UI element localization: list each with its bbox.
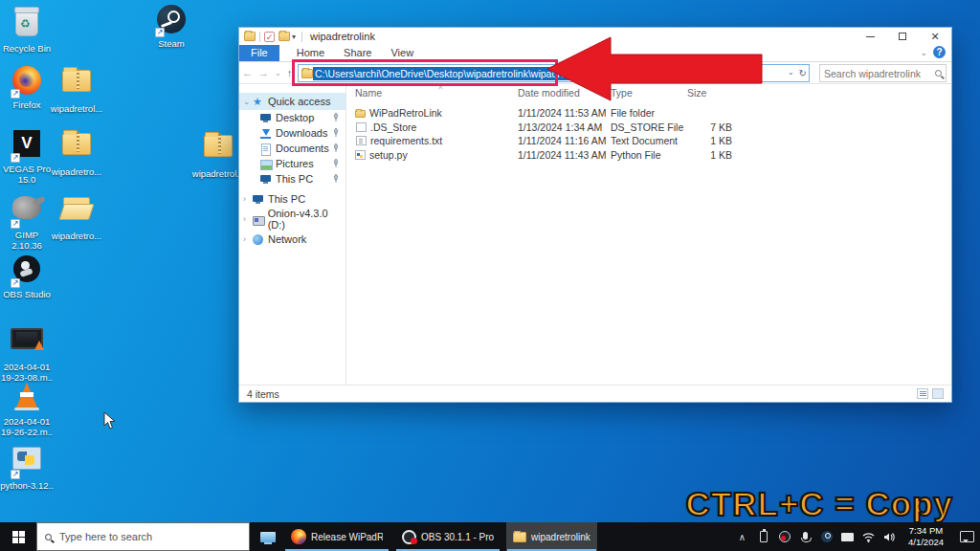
desktop-icon-open-folder[interactable]: wipadretro... [50, 192, 103, 242]
pin-icon [332, 174, 340, 183]
properties-qat-icon[interactable]: ✓ [264, 32, 275, 42]
desktop-icon-zip-1[interactable]: wipadretrol... [50, 65, 103, 115]
nav-item-thispc[interactable]: › This PC [239, 191, 345, 207]
desktop-icon-zip-2[interactable]: wipadretro... [50, 128, 103, 178]
taskbar-task-firefox[interactable]: Release WiPadRetr... [284, 522, 390, 551]
tab-share[interactable]: Share [334, 45, 381, 61]
status-bar: 4 items [239, 385, 951, 402]
desktop-icon [260, 113, 272, 123]
taskbar-task-obs[interactable]: OBS 30.1.1 - Profile:... [395, 522, 501, 551]
nav-item-network[interactable]: › Network [239, 231, 345, 247]
shortcut-arrow-icon: ↗ [11, 470, 20, 479]
steam-tray-icon[interactable] [820, 531, 833, 543]
icon-label: wipadretrol... [191, 169, 245, 180]
action-center-icon[interactable] [960, 531, 974, 542]
address-dropdown-icon[interactable]: ⌄ [788, 68, 794, 78]
red-arrow-annotation [544, 35, 766, 102]
vlc-cone-icon [11, 383, 43, 415]
taskbar: Type here to search Release WiPadRetr...… [0, 522, 980, 551]
obs-tray-icon[interactable] [778, 531, 791, 543]
shortcut-arrow-icon: ↗ [11, 89, 20, 99]
file-row-ds-store[interactable]: .DS_Store 1/13/2024 1:34 AM DS_STORE Fil… [346, 121, 951, 135]
nav-item-downloads[interactable]: Downloads [239, 125, 345, 141]
file-list: ˄ Name Date modified Type Size WiPadRetr… [346, 85, 951, 385]
tab-view[interactable]: View [381, 45, 423, 61]
icon-label: Recycle Bin [0, 44, 54, 55]
close-button[interactable]: ✕ [919, 28, 951, 45]
qat-dropdown-icon[interactable]: ▾ [292, 33, 296, 41]
video-file-icon [11, 328, 43, 361]
battery-icon[interactable] [757, 531, 769, 543]
chevron-down-icon[interactable]: ⌄ [243, 97, 253, 106]
icon-label: python-3.12.. [0, 481, 54, 492]
taskbar-this-pc-button[interactable] [256, 522, 280, 551]
chevron-right-icon[interactable]: › [243, 194, 253, 204]
file-row-setup-py[interactable]: setup.py 1/11/2024 11:43 AM Python File … [346, 148, 951, 163]
wifi-icon[interactable] [862, 531, 875, 543]
nav-item-documents[interactable]: Documents [239, 141, 345, 156]
tab-home[interactable]: Home [287, 45, 334, 61]
pin-icon [332, 113, 340, 121]
ribbon-collapse-icon[interactable]: ⌄ [920, 48, 927, 57]
new-folder-qat-icon[interactable] [278, 32, 290, 41]
downloads-icon [260, 128, 272, 139]
tray-expand-icon[interactable]: ∧ [736, 531, 748, 543]
nav-item-desktop[interactable]: Desktop [239, 110, 345, 125]
clock-date: 4/1/2024 [908, 537, 944, 548]
desktop-icon-firefox[interactable]: ↗ Firefox [0, 65, 54, 111]
icon-label: wipadretrol... [50, 104, 103, 115]
column-header-name[interactable]: Name [355, 87, 382, 99]
desktop-icon-vegas[interactable]: V↗ VEGAS Pro 15.0 [0, 128, 54, 186]
desktop-icon-gimp[interactable]: ↗ GIMP 2.10.36 [0, 192, 54, 252]
chevron-right-icon[interactable]: › [243, 214, 253, 224]
close-icon: ✕ [930, 32, 939, 42]
taskbar-task-explorer[interactable]: wipadretrolink [506, 522, 597, 551]
taskbar-clock[interactable]: 7:34 PM 4/1/2024 [908, 525, 944, 548]
nav-item-thispc-pinned[interactable]: This PC [239, 171, 345, 187]
desktop-icon-recycle-bin[interactable]: ♻ Recycle Bin [0, 8, 54, 55]
details-view-button[interactable] [917, 388, 928, 399]
recycle-glyph: ♻ [20, 17, 31, 31]
desktop-icon-video-recording-2[interactable]: 2024-04-01 19-26-22.m.. [0, 381, 54, 438]
icon-label: Steam [145, 39, 198, 50]
search-icon [935, 70, 942, 77]
large-icons-view-button[interactable] [932, 388, 944, 399]
pictures-icon [260, 159, 272, 169]
search-box[interactable]: Search wipadretrolink [819, 64, 947, 82]
recent-locations-icon[interactable]: ⌄ [275, 69, 281, 77]
desktop-icon-python-installer[interactable]: ↗ python-3.12.. [0, 443, 54, 492]
folder-icon [513, 532, 526, 542]
nav-item-pictures[interactable]: Pictures [239, 156, 345, 171]
microphone-icon[interactable] [799, 531, 812, 543]
device-tray-icon[interactable] [841, 531, 854, 543]
file-row-wipadretrolink-folder[interactable]: WiPadRetroLink 1/11/2024 11:53 AM File f… [346, 106, 951, 121]
shortcut-arrow-icon: ↗ [11, 278, 20, 288]
file-row-requirements-txt[interactable]: requirements.txt 1/11/2024 11:16 AM Text… [346, 134, 951, 148]
chevron-right-icon[interactable]: › [243, 234, 253, 244]
nav-item-onion-drive[interactable]: › Onion-v4.3.0 (D:) [239, 211, 345, 227]
back-icon[interactable]: ← [242, 67, 253, 78]
forward-icon[interactable]: → [258, 67, 269, 78]
refresh-icon[interactable]: ↻ [799, 68, 807, 78]
maximize-icon [899, 33, 906, 40]
volume-icon[interactable] [883, 531, 896, 543]
minimize-button[interactable] [854, 28, 886, 45]
firefox-icon: ↗ [11, 66, 43, 99]
icon-label: GIMP 2.10.36 [0, 231, 54, 252]
desktop-icon-obs[interactable]: ↗ OBS Studio [0, 253, 54, 300]
start-button[interactable] [0, 522, 36, 551]
maximize-button[interactable] [886, 28, 919, 45]
help-icon[interactable]: ? [933, 46, 946, 58]
windows-logo-icon [12, 531, 25, 543]
explorer-app-icon [244, 32, 256, 41]
desktop-icon-video-recording-1[interactable]: 2024-04-01 19-23-08.m.. [0, 323, 54, 384]
recycle-bin-icon: ♻ [11, 10, 43, 42]
tab-file[interactable]: File [239, 45, 279, 61]
taskbar-search-input[interactable]: Type here to search [36, 522, 250, 551]
zip-folder-icon [60, 70, 93, 102]
pin-icon [332, 128, 340, 137]
nav-quick-access[interactable]: ⌄ ★ Quick access [239, 93, 345, 110]
up-icon[interactable]: ↑ [287, 67, 293, 78]
desktop-icon-steam[interactable]: ↗ Steam [145, 4, 198, 50]
desktop-icon-zip-3[interactable]: wipadretrol... [191, 130, 245, 180]
